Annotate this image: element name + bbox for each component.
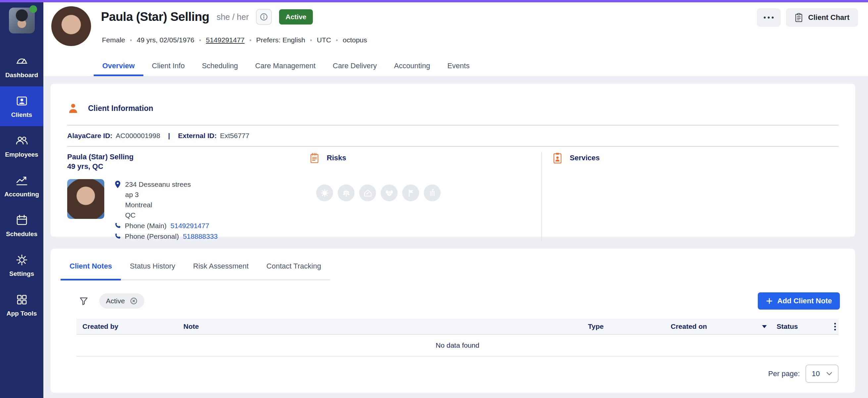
clipboard-icon	[795, 13, 803, 22]
dashboard-icon	[15, 55, 28, 68]
demo-timezone: UTC	[317, 36, 331, 44]
phone-icon	[114, 222, 121, 229]
sidebar-item-label: Accounting	[4, 191, 39, 198]
alayacare-id-value: AC000001998	[116, 132, 160, 140]
tab-client-notes[interactable]: Client Notes	[61, 262, 121, 280]
tab-care-delivery[interactable]: Care Delivery	[324, 56, 385, 76]
tab-risk-assessment[interactable]: Risk Assessment	[184, 262, 257, 280]
col-status: Status	[771, 323, 825, 331]
client-photo	[67, 179, 104, 219]
client-chart-label: Client Chart	[808, 13, 849, 22]
address-line: QC	[114, 210, 218, 220]
col-created-on: Created on	[671, 323, 707, 331]
more-actions-button[interactable]	[757, 8, 781, 27]
add-client-note-button[interactable]: Add Client Note	[758, 293, 840, 310]
plus-icon	[766, 297, 773, 305]
tab-overview[interactable]: Overview	[94, 56, 143, 76]
column-options-kebab-icon[interactable]	[825, 323, 839, 331]
demographics-row: Female 49 yrs, 02/05/1976 5149291477 Pre…	[102, 36, 367, 44]
risks-notepad-icon	[309, 152, 319, 164]
sidebar-item-settings[interactable]: Settings	[0, 245, 43, 285]
pagination-row: Per page: 10	[51, 365, 839, 383]
client-notes-card: Client Notes Status History Risk Assessm…	[51, 249, 855, 393]
risk-facility-icon	[424, 184, 441, 201]
filter-funnel-icon[interactable]	[79, 296, 89, 306]
tab-scheduling[interactable]: Scheduling	[193, 56, 247, 76]
phone-number-link[interactable]: 5149291477	[170, 220, 209, 231]
page-title: Paula (Star) Selling	[101, 10, 209, 24]
info-button[interactable]	[256, 9, 272, 25]
address-block: 234 Desseanu strees ap 3 Montreal QC	[114, 179, 218, 241]
summary-name: Paula (Star) Selling	[67, 152, 302, 161]
client-avatar	[51, 6, 91, 46]
active-filter-chip[interactable]: Active	[99, 294, 144, 309]
dot-separator	[250, 39, 251, 41]
sidebar-item-label: Settings	[9, 270, 34, 277]
phone-label: Phone (Personal)	[125, 231, 179, 241]
services-title: Services	[570, 154, 600, 162]
per-page-select[interactable]: 10	[805, 365, 839, 383]
chip-label: Active	[106, 297, 125, 305]
sort-desc-icon[interactable]	[762, 325, 767, 328]
sidebar-item-employees[interactable]: Employees	[0, 126, 43, 166]
sidebar-item-label: Employees	[5, 151, 38, 158]
sidebar-item-schedules[interactable]: Schedules	[0, 206, 43, 245]
tab-events[interactable]: Events	[439, 56, 478, 76]
client-tabs: Overview Client Info Scheduling Care Man…	[94, 56, 478, 76]
status-badge: Active	[279, 9, 312, 25]
info-icon	[259, 12, 268, 21]
gear-icon	[15, 253, 28, 267]
tab-accounting[interactable]: Accounting	[385, 56, 439, 76]
address-line: Montreal	[114, 200, 218, 210]
col-note: Note	[178, 323, 582, 331]
col-created-by: Created by	[76, 323, 178, 331]
id-separator: |	[168, 132, 170, 140]
risk-allergy-icon	[338, 184, 354, 201]
risks-title: Risks	[327, 154, 346, 162]
section-title: Client Information	[88, 104, 153, 113]
sidebar-item-label: App Tools	[7, 310, 37, 317]
page-content: Client Information AlayaCare ID: AC00000…	[43, 76, 868, 398]
clients-icon	[15, 94, 28, 108]
user-avatar[interactable]	[9, 8, 35, 33]
risks-column: Risks	[302, 152, 541, 241]
client-overview-page: Dashboard Clients	[0, 0, 868, 398]
sidebar-item-label: Clients	[11, 111, 32, 119]
empty-state: No data found	[76, 335, 839, 357]
sidebar-item-accounting[interactable]: Accounting	[0, 166, 43, 206]
per-page-label: Per page:	[768, 370, 800, 378]
address-line: 234 Desseanu strees	[125, 179, 191, 189]
phone-icon	[114, 233, 121, 240]
dot-separator	[336, 39, 338, 41]
risk-virus-icon	[316, 184, 333, 201]
demo-tag: octopus	[343, 36, 367, 44]
summary-age-region: 49 yrs, QC	[67, 161, 302, 171]
tab-care-management[interactable]: Care Management	[247, 56, 324, 76]
location-pin-icon	[114, 180, 121, 189]
sidebar-item-clients[interactable]: Clients	[0, 86, 43, 126]
risk-flag-icon	[402, 184, 419, 201]
sidebar-item-dashboard[interactable]: Dashboard	[0, 47, 43, 86]
demo-phone-link[interactable]: 5149291477	[206, 36, 245, 44]
schedules-icon	[15, 214, 28, 227]
top-accent-bar	[0, 0, 868, 2]
online-status-dot	[29, 5, 37, 13]
phone-number-link[interactable]: 518888333	[183, 231, 217, 241]
client-chart-button[interactable]: Client Chart	[786, 8, 858, 27]
phone-label: Phone (Main)	[125, 220, 166, 231]
dot-separator	[310, 39, 312, 41]
risk-pet-icon	[381, 184, 398, 201]
tab-status-history[interactable]: Status History	[121, 262, 184, 280]
table-header-row: Created by Note Type Created on Status	[76, 319, 839, 335]
sidebar-item-app-tools[interactable]: App Tools	[0, 285, 43, 325]
tab-client-info[interactable]: Client Info	[143, 56, 193, 76]
chip-close-icon[interactable]	[130, 297, 138, 305]
accounting-icon	[15, 174, 29, 187]
sidebar-nav: Dashboard Clients	[0, 47, 43, 325]
tab-contact-tracking[interactable]: Contact Tracking	[257, 262, 330, 280]
client-information-card: Client Information AlayaCare ID: AC00000…	[51, 84, 855, 237]
address-line: ap 3	[114, 189, 218, 200]
sidebar-item-label: Schedules	[6, 231, 37, 238]
services-column: Services	[541, 152, 839, 241]
notes-filter-row: Active Add Client Note	[51, 293, 855, 310]
